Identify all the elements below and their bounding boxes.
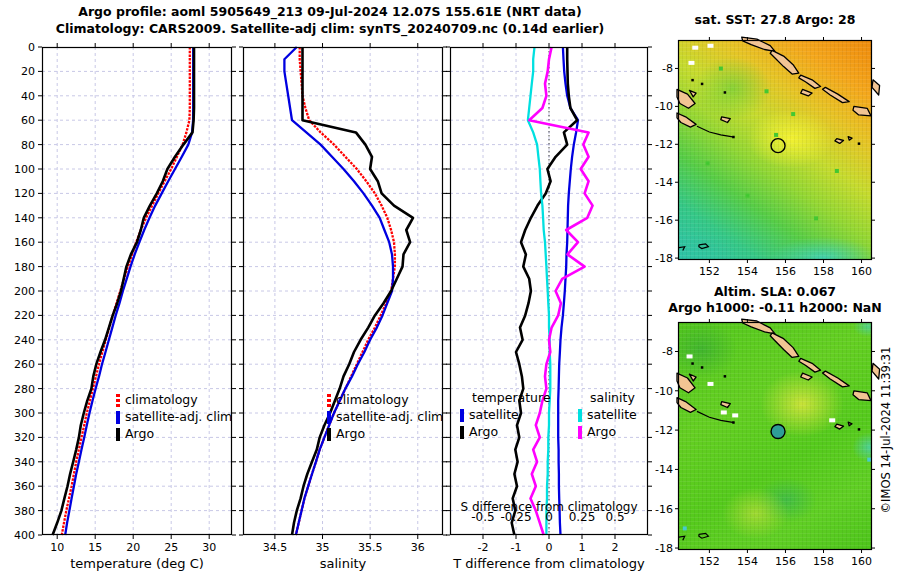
land-new-georgia xyxy=(801,89,812,96)
land-new-britain xyxy=(742,37,775,51)
land-choiseul xyxy=(799,75,821,88)
data-speck xyxy=(683,526,687,530)
legend-item-argo: Argo xyxy=(327,426,443,443)
land-woodlark xyxy=(721,117,731,123)
islet-dot xyxy=(724,375,727,378)
islet-dot xyxy=(701,83,704,86)
legend-item-s-satellite: satellite xyxy=(578,407,637,424)
land-bellona xyxy=(848,137,852,140)
land-guadalcanal xyxy=(853,106,871,116)
lon-tick-label: 158 xyxy=(813,555,834,568)
missing-data-pixel xyxy=(692,46,698,50)
islet-dot xyxy=(732,136,735,139)
legend-label: satellite-adj. clim xyxy=(336,409,443,426)
missing-data-pixel xyxy=(829,418,835,422)
x-tick-label: 0 xyxy=(546,541,553,554)
satellite-clim-line-swatch xyxy=(327,411,331,424)
legend-group-title: temperature xyxy=(472,390,551,407)
x-tick-label: 30 xyxy=(202,541,216,554)
x-tick-label: 2 xyxy=(612,541,619,554)
lon-tick-label: 154 xyxy=(737,555,758,568)
islet-dot xyxy=(691,362,694,365)
depth-tick-label: 240 xyxy=(14,334,35,347)
land-bellona xyxy=(848,422,852,426)
x-tick-label: 1 xyxy=(579,541,586,554)
legend-label: Argo xyxy=(469,424,498,441)
legend-item-s-argo: Argo xyxy=(578,424,637,441)
x-tick-label: 35 xyxy=(316,541,330,554)
missing-data-pixel xyxy=(687,354,693,358)
depth-tick-label: 220 xyxy=(14,309,35,322)
depth-tick-label: 60 xyxy=(21,114,35,127)
salinity-legend: climatology satellite-adj. clim Argo xyxy=(327,392,443,443)
land-santa-isabel xyxy=(823,87,850,102)
coastline-reef-mark xyxy=(679,247,685,251)
missing-data-pixel xyxy=(732,413,738,417)
x-tick-label: 35.5 xyxy=(358,541,383,554)
depth-tick-label: 0 xyxy=(28,41,35,54)
lat-tick-label: -14 xyxy=(655,463,673,476)
T-satellite-line xyxy=(558,47,578,535)
lon-tick-label: 152 xyxy=(699,555,720,568)
land-new-britain xyxy=(742,319,775,334)
lat-tick-label: -12 xyxy=(655,424,673,437)
map-frame xyxy=(679,41,872,260)
depth-tick-label: 380 xyxy=(14,505,35,518)
legend-item-t-argo: Argo xyxy=(460,424,551,441)
depth-tick-label: 160 xyxy=(14,236,35,249)
x-tick-label: 36 xyxy=(411,541,425,554)
coastline-reef-ring xyxy=(699,533,709,538)
t-satellite-line-swatch xyxy=(460,409,464,422)
salinity-profile-panel: 34.53535.536 xyxy=(243,47,443,535)
islet-dot xyxy=(701,366,704,369)
land-bougainville xyxy=(770,333,799,358)
islet-dot xyxy=(732,421,735,424)
temperature-profile-panel: 1015202530020406080100120140160180200220… xyxy=(42,47,232,535)
data-speck xyxy=(706,161,710,165)
lat-tick-label: -18 xyxy=(655,252,673,265)
lon-tick-label: 152 xyxy=(699,265,720,278)
lat-tick-label: -18 xyxy=(655,542,673,555)
legend-label: Argo xyxy=(336,426,365,443)
difference-legend-temperature: temperature satellite Argo xyxy=(460,390,551,441)
missing-data-pixel xyxy=(688,61,694,65)
depth-tick-label: 20 xyxy=(21,65,35,78)
depth-tick-label: 120 xyxy=(14,187,35,200)
lon-tick-label: 158 xyxy=(813,265,834,278)
depth-tick-label: 140 xyxy=(14,212,35,225)
depth-tick-label: 340 xyxy=(14,456,35,469)
coastline-reef-ring xyxy=(699,244,709,249)
lat-tick-label: -8 xyxy=(662,62,673,75)
temperature-axis-label: temperature (deg C) xyxy=(42,556,232,571)
satellite-clim-line-swatch xyxy=(116,411,120,424)
x-tick-label: 15 xyxy=(88,541,102,554)
lat-tick-label: -10 xyxy=(655,100,673,113)
sla-map-overlay: 152154156158160-8-10-12-14-16-18 xyxy=(678,322,872,550)
argo-line-swatch xyxy=(116,428,120,441)
legend-label: satellite xyxy=(587,407,637,424)
s-argo-line-swatch xyxy=(578,426,582,439)
depth-tick-label: 360 xyxy=(14,480,35,493)
islet-dot xyxy=(691,79,694,82)
land-woodlark xyxy=(721,402,731,408)
land-png-tail xyxy=(677,398,696,413)
legend-label: Argo xyxy=(125,426,154,443)
lat-tick-label: -16 xyxy=(655,503,673,516)
sla-map-title: Altim. SLA: 0.067 xyxy=(660,284,890,299)
imos-copyright: ©IMOS 14-Jul-2024 11:39:31 xyxy=(879,347,893,514)
islet-dot xyxy=(858,428,861,431)
land-guadalcanal xyxy=(853,391,871,401)
data-speck xyxy=(814,216,818,220)
depth-tick-label: 200 xyxy=(14,285,35,298)
x-tick-label: 34.5 xyxy=(263,541,288,554)
data-speck xyxy=(719,67,723,71)
missing-data-pixel xyxy=(707,44,713,48)
legend-label: satellite xyxy=(469,407,519,424)
depth-tick-label: 180 xyxy=(14,261,35,274)
lat-tick-label: -14 xyxy=(655,176,673,189)
legend-item-satellite-clim: satellite-adj. clim xyxy=(116,409,232,426)
land-dentrecasteaux xyxy=(689,374,696,381)
land-choiseul xyxy=(799,358,821,372)
x-tick-label: -2 xyxy=(478,541,489,554)
figure-title-line1: Argo profile: aoml 5905649_213 09-Jul-20… xyxy=(0,4,660,19)
